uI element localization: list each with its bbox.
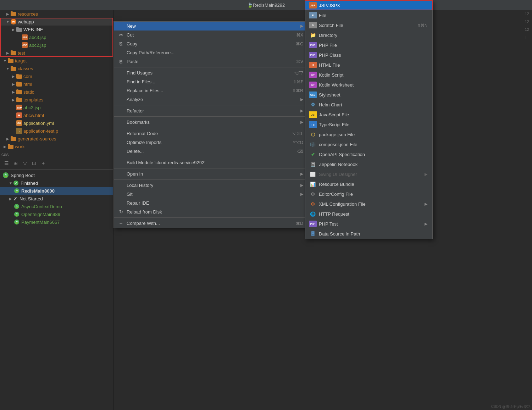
submenu-item-zeppelin[interactable]: 📓 Zeppelin Notebook — [305, 159, 432, 169]
swing-arrow-icon: ▶ — [425, 172, 427, 177]
work-label: work — [15, 144, 24, 149]
async-context-item[interactable]: 🍃 AsyncContextDemo — [0, 203, 113, 210]
not-started-label: Not Started — [20, 196, 43, 201]
menu-item-cut[interactable]: ✂ Cut ⌘X — [114, 31, 308, 39]
sep1 — [114, 67, 308, 67]
menu-item-paste[interactable]: ⎘ Paste ⌘V — [114, 57, 308, 66]
abc2jsp-2-label: abc2.jsp — [23, 105, 40, 110]
build-label: Build Module 'cloud-redis-service9292' — [127, 160, 303, 165]
submenu-item-php-file[interactable]: PHP PHP File — [305, 40, 432, 50]
tree-item-abcwhtml[interactable]: ▶ H abcw.html — [0, 111, 113, 119]
submenu-item-scratch[interactable]: S Scratch File ⇧⌘N — [305, 20, 432, 30]
menu-item-local-history[interactable]: Local History ▶ — [114, 181, 308, 190]
menu-item-git[interactable]: Git ▶ — [114, 190, 308, 199]
tree-item-abc3jsp[interactable]: ▶ JSP abc3.jsp — [0, 33, 113, 41]
redis-main-icon: 🍃 — [14, 188, 19, 193]
menu-item-copy[interactable]: ⎘ Copy ⌘C — [114, 39, 308, 48]
submenu-item-kotlin-script[interactable]: KT Kotlin Script — [305, 70, 432, 80]
test-label: test — [18, 50, 25, 56]
menu-item-delete[interactable]: Delete... ⌫ — [114, 147, 308, 156]
tree-item-test[interactable]: ▶ test — [0, 49, 113, 57]
menu-item-find-files[interactable]: Find in Files... ⇧⌘F — [114, 77, 308, 86]
menu-item-replace[interactable]: Replace in Files... ⇧⌘R — [114, 86, 308, 95]
tree-item-apptest[interactable]: ▶ ▪ application-test.p — [0, 127, 113, 135]
menu-item-compare[interactable]: ↔ Compare With... ⌘D — [114, 219, 308, 228]
submenu-item-stylesheet[interactable]: CSS Stylesheet — [305, 90, 432, 100]
submenu-item-ts[interactable]: TS TypeScript File — [305, 120, 432, 129]
menu-item-repair[interactable]: Repair IDE — [114, 199, 308, 207]
filter-btn[interactable]: ▽ — [21, 160, 28, 167]
xml-arrow-icon: ▶ — [425, 202, 427, 206]
sep8 — [114, 217, 308, 218]
submenu-item-editorconfig[interactable]: ⚙ EditorConfig File — [305, 189, 432, 199]
submenu-item-jsp[interactable]: JSP JSP/JSPX — [305, 0, 432, 10]
tree-item-target[interactable]: ▼ target — [0, 57, 113, 65]
tree-item-generated[interactable]: ▶ generated-sources — [0, 135, 113, 143]
tree-item-static[interactable]: ▶ static — [0, 88, 113, 96]
find-files-shortcut: ⇧⌘F — [293, 79, 303, 84]
submenu-item-composer[interactable]: 🎼 composer.json File — [305, 139, 432, 149]
submenu-item-helm[interactable]: ⚙ Helm Chart — [305, 100, 432, 110]
webinf-folder-icon — [16, 27, 22, 32]
tree-view-btn[interactable]: ⊞ — [12, 160, 19, 167]
menu-item-build[interactable]: Build Module 'cloud-redis-service9292' — [114, 158, 308, 167]
spring-boot-header[interactable]: 🍃 Spring Boot — [0, 171, 113, 179]
tree-item-templates[interactable]: ▶ templates — [0, 96, 113, 104]
tree-item-appyml[interactable]: ▶ YML application.yml — [0, 119, 113, 127]
openapi-submenu-icon: ✔ — [309, 151, 317, 157]
scratch-submenu-icon: S — [309, 22, 317, 28]
tree-item-com[interactable]: ▶ com — [0, 72, 113, 80]
menu-item-analyze[interactable]: Analyze ▶ — [114, 95, 308, 104]
window-title: RedisMain9292 — [253, 2, 285, 8]
submenu-item-package-json[interactable]: ⬡ package.json File — [305, 129, 432, 139]
menu-item-copy-path[interactable]: Copy Path/Reference... — [114, 48, 308, 57]
submenu-item-php-class[interactable]: PHP PHP Class — [305, 50, 432, 60]
menu-item-reload[interactable]: ↻ Reload from Disk — [114, 207, 308, 216]
menu-item-new[interactable]: New ▶ — [114, 22, 308, 31]
submenu-item-kotlin-worksheet[interactable]: KT Kotlin Worksheet — [305, 80, 432, 90]
cut-icon: ✂ — [117, 32, 124, 38]
tree-item-classes[interactable]: ▼ classes — [0, 65, 113, 72]
spring-finished-item[interactable]: ▼ ✓ Finished — [0, 179, 113, 187]
menu-item-refactor[interactable]: Refactor ▶ — [114, 106, 308, 115]
submenu-item-file[interactable]: F File — [305, 10, 432, 20]
payment-item[interactable]: 🍃 PaymentMain6667 — [0, 218, 113, 226]
tree-item-resources[interactable]: ▶ resources — [0, 10, 113, 18]
tree-item-abc2jsp-2[interactable]: ▶ JSP abc2.jsp — [0, 104, 113, 111]
submenu-item-datasource[interactable]: 🗄 Data Source in Path — [305, 229, 432, 239]
submenu-item-xml[interactable]: ⚙ XML Configuration File ▶ — [305, 199, 432, 209]
openfeign-label: OpenfeignMain989 — [21, 212, 60, 217]
submenu-item-html[interactable]: H HTML File — [305, 60, 432, 70]
openfeign-item[interactable]: 🍃 OpenfeignMain989 — [0, 210, 113, 218]
tree-item-webapp[interactable]: ▼ W webapp — [0, 18, 113, 26]
add-btn[interactable]: + — [40, 160, 47, 167]
collapse-all-btn[interactable]: ☰ — [3, 160, 10, 167]
tree-item-abc2jsp[interactable]: ▶ JSP abc2.jsp — [0, 41, 113, 49]
submenu-item-php-test[interactable]: PHP PHP Test ▶ — [305, 219, 432, 229]
menu-item-reformat[interactable]: Reformat Code ⌥⌘L — [114, 129, 308, 138]
menu-item-bookmarks[interactable]: Bookmarks ▶ — [114, 118, 308, 127]
redis-main-8000-item[interactable]: 🍃 RedisMain8000 — [0, 187, 113, 195]
tree-item-webinf[interactable]: ▶ WEB-INF — [0, 26, 113, 33]
replace-shortcut: ⇧⌘R — [292, 88, 303, 93]
menu-item-open-in[interactable]: Open In ▶ — [114, 170, 308, 178]
menu-item-find-usages[interactable]: Find Usages ⌥F7 — [114, 68, 308, 77]
static-folder-icon — [16, 89, 22, 94]
submenu-item-http[interactable]: 🌐 HTTP Request — [305, 209, 432, 219]
submenu-item-js[interactable]: JS JavaScript File — [305, 110, 432, 120]
submenu-item-resource[interactable]: 📊 Resource Bundle — [305, 179, 432, 189]
scratch-shortcut: ⇧⌘N — [417, 23, 427, 28]
not-started-item[interactable]: ▶ ✗ Not Started — [0, 195, 113, 203]
paste-label: Paste — [127, 59, 289, 64]
menu-item-optimize[interactable]: Optimize Imports ^⌥O — [114, 138, 308, 147]
submenu-item-openapi[interactable]: ✔ OpenAPI Specification — [305, 149, 432, 159]
tree-item-work[interactable]: ▶ work — [0, 143, 113, 150]
sync-btn[interactable]: ⊡ — [31, 160, 38, 167]
jsp-submenu-icon: JSP — [309, 2, 317, 9]
submenu-item-directory[interactable]: 📁 Directory — [305, 30, 432, 40]
jsp-file-icon2: JSP — [22, 42, 28, 48]
refactor-label: Refactor — [127, 108, 298, 113]
submenu-item-swing[interactable]: ⬜ Swing UI Designer ▶ — [305, 169, 432, 179]
tree-item-html[interactable]: ▶ html — [0, 80, 113, 88]
chevron-templates-icon: ▶ — [11, 98, 16, 102]
